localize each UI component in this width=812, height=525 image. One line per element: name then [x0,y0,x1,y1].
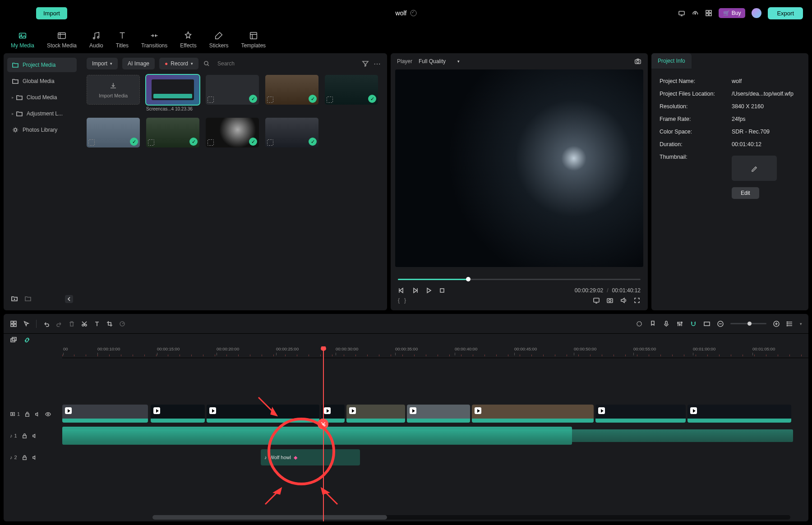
play-button[interactable] [425,287,432,294]
player-scrubber[interactable] [398,276,641,282]
display-icon[interactable] [678,9,685,17]
audio-track-1-header[interactable]: ♪1 [4,425,62,447]
tab-my-media[interactable]: My Media [5,31,41,49]
cursor-icon[interactable] [23,320,30,327]
crop-icon[interactable] [106,320,113,327]
sidebar-item-adjustment[interactable]: ▸Adjustment L... [7,106,77,121]
prev-frame-button[interactable] [398,287,405,294]
eye-icon[interactable] [45,411,51,417]
next-frame-button[interactable] [411,287,419,294]
zoom-in-icon[interactable] [773,320,780,327]
cut-icon[interactable] [81,320,88,327]
tab-audio[interactable]: Audio [83,31,110,49]
media-item[interactable]: ✓ [146,118,199,147]
speed-icon[interactable] [119,320,126,327]
apps-icon[interactable] [705,9,712,17]
text-icon[interactable] [93,320,101,327]
camera-icon[interactable] [606,297,614,304]
fullscreen-icon[interactable] [633,297,641,304]
video-clip[interactable] [595,405,686,423]
redo-icon[interactable] [55,320,63,327]
delete-icon[interactable] [68,320,75,327]
export-button[interactable]: Export [768,7,803,19]
project-info-tab[interactable]: Project Info [651,53,692,69]
timeline-tracks[interactable]: 00 00:00:10:00 00:00:15:00 00:00:20:00 0… [62,346,808,521]
media-item[interactable]: ✓ [206,118,259,147]
zoom-out-icon[interactable] [717,320,724,327]
edit-button[interactable]: Edit [732,187,759,199]
media-item[interactable]: ✓ [265,118,318,147]
link-icon[interactable] [23,336,31,344]
filter-icon[interactable] [362,60,369,67]
undo-icon[interactable] [43,320,50,327]
lock-icon[interactable] [24,411,30,417]
sidebar-item-cloud-media[interactable]: ▸Cloud Media [7,90,77,105]
audio-track-1[interactable] [62,425,808,447]
video-clip[interactable] [687,405,791,423]
track-view-icon[interactable] [786,320,794,327]
media-item[interactable]: ✓ [87,118,140,147]
ai-image-button[interactable]: AI Image [122,58,155,69]
tab-titles[interactable]: Titles [110,31,135,49]
stop-button[interactable] [438,287,446,294]
import-button[interactable]: Import [36,7,67,19]
grid-icon[interactable] [10,320,17,327]
audio-clip[interactable]: ♪ Wolf howl ◆ [261,449,360,465]
brace-right-icon[interactable]: } [404,297,406,304]
buy-button[interactable]: 🛒Buy [719,8,746,18]
timeline-scrollbar[interactable] [152,515,790,520]
video-track[interactable] [62,403,808,425]
media-item[interactable]: ✓ [206,75,259,111]
search-input[interactable] [215,58,357,69]
volume-icon[interactable] [620,297,627,304]
import-dropdown[interactable]: Import▾ [87,58,118,69]
video-clip[interactable] [346,405,405,423]
import-media-tile[interactable]: Import Media [87,75,140,111]
mute-icon[interactable] [32,433,38,439]
sidebar-item-project-media[interactable]: Project Media [7,58,77,72]
video-clip[interactable] [472,405,594,423]
media-item[interactable]: Screencas...4 10.23.36 [146,75,199,111]
mute-icon[interactable] [32,455,38,461]
timeline-ruler[interactable]: 00 00:00:10:00 00:00:15:00 00:00:20:00 0… [62,346,808,358]
audio-track-2[interactable]: ♪ Wolf howl ◆ [62,447,808,468]
player-viewport[interactable] [395,69,643,267]
folder-icon[interactable] [24,295,32,302]
cut-badge-icon[interactable] [318,419,328,429]
mute-icon[interactable] [35,411,41,417]
snapshot-icon[interactable] [634,58,641,65]
tab-templates[interactable]: Templates [235,31,272,49]
chevron-down-icon[interactable]: ▾ [800,322,802,326]
video-clip[interactable] [151,405,205,423]
audio-track-2-header[interactable]: ♪2 [4,447,62,468]
aspect-icon[interactable] [703,320,710,327]
tab-effects[interactable]: Effects [174,31,203,49]
mic-icon[interactable] [663,320,670,327]
media-item[interactable]: ✓ [325,75,378,111]
marker-icon[interactable] [649,320,656,327]
brace-left-icon[interactable]: { [398,297,400,304]
avatar[interactable] [752,8,761,18]
record-dropdown[interactable]: ●Record▾ [159,58,198,69]
collapse-sidebar-button[interactable] [65,295,73,303]
video-track-header[interactable]: 1 [4,403,62,425]
video-clip[interactable] [407,405,470,423]
quality-dropdown[interactable]: Full Quality▾ [419,58,460,64]
new-folder-icon[interactable] [11,295,18,302]
lock-icon[interactable] [22,455,28,461]
tab-stock-media[interactable]: Stock Media [41,31,83,49]
sidebar-item-global-media[interactable]: Global Media [7,74,77,88]
color-icon[interactable] [636,320,643,327]
thumbnail-edit[interactable] [732,156,777,181]
cloud-upload-icon[interactable] [692,9,699,17]
more-icon[interactable]: ⋯ [374,60,381,68]
nest-icon[interactable] [10,336,17,344]
lock-icon[interactable] [22,433,28,439]
tab-stickers[interactable]: Stickers [203,31,235,49]
video-clip[interactable] [62,405,148,423]
zoom-slider[interactable] [730,323,766,324]
tab-transitions[interactable]: Transitions [135,31,174,49]
sidebar-item-photos[interactable]: Photos Library [7,123,77,137]
magnet-icon[interactable] [690,320,697,327]
media-item[interactable]: ✓ [265,75,318,111]
